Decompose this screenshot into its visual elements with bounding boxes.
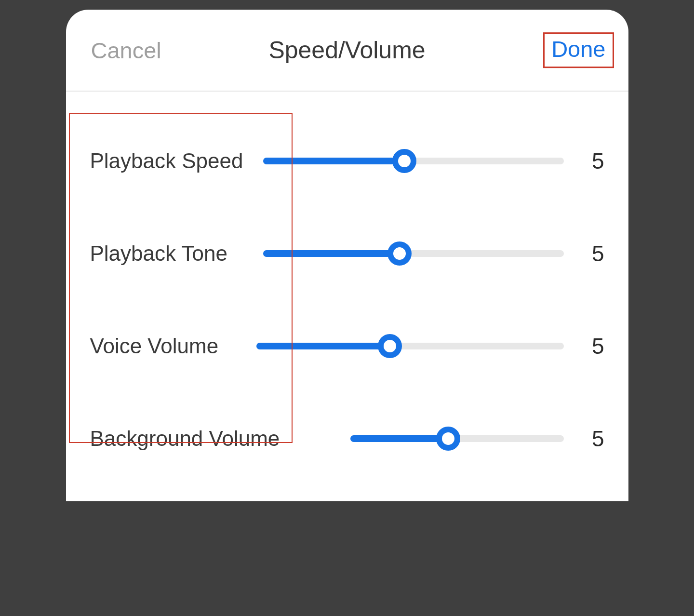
slider-fill	[350, 435, 446, 442]
playback-speed-slider[interactable]	[263, 147, 564, 175]
sliders-list: Playback Speed 5 Playback Tone 5 Voice V…	[66, 92, 628, 485]
background-volume-slider[interactable]	[350, 424, 564, 453]
slider-row-background-volume: Background Volume 5	[90, 392, 604, 485]
slider-fill	[263, 250, 397, 257]
done-button[interactable]: Done	[543, 32, 614, 68]
slider-label: Playback Tone	[90, 241, 252, 266]
playback-tone-slider[interactable]	[263, 239, 564, 268]
slider-thumb[interactable]	[436, 427, 460, 451]
slider-row-voice-volume: Voice Volume 5	[90, 300, 604, 392]
voice-volume-slider[interactable]	[256, 332, 564, 361]
sheet-title: Speed/Volume	[268, 36, 425, 64]
slider-value: 5	[575, 426, 604, 452]
slider-fill	[256, 343, 387, 349]
cancel-button[interactable]: Cancel	[91, 37, 161, 64]
sheet-header: Cancel Speed/Volume Done	[66, 10, 628, 92]
slider-label: Background Volume	[90, 427, 288, 451]
slider-value: 5	[575, 241, 604, 267]
slider-row-playback-tone: Playback Tone 5	[90, 207, 604, 300]
slider-label: Voice Volume	[90, 334, 232, 358]
slider-value: 5	[575, 148, 604, 174]
slider-row-playback-speed: Playback Speed 5	[90, 115, 604, 207]
slider-thumb[interactable]	[392, 149, 416, 173]
settings-sheet: Cancel Speed/Volume Done Playback Speed …	[66, 10, 628, 501]
slider-label: Playback Speed	[90, 149, 252, 173]
slider-fill	[263, 158, 401, 164]
slider-thumb[interactable]	[378, 334, 402, 358]
slider-value: 5	[575, 333, 604, 359]
slider-thumb[interactable]	[387, 241, 412, 266]
